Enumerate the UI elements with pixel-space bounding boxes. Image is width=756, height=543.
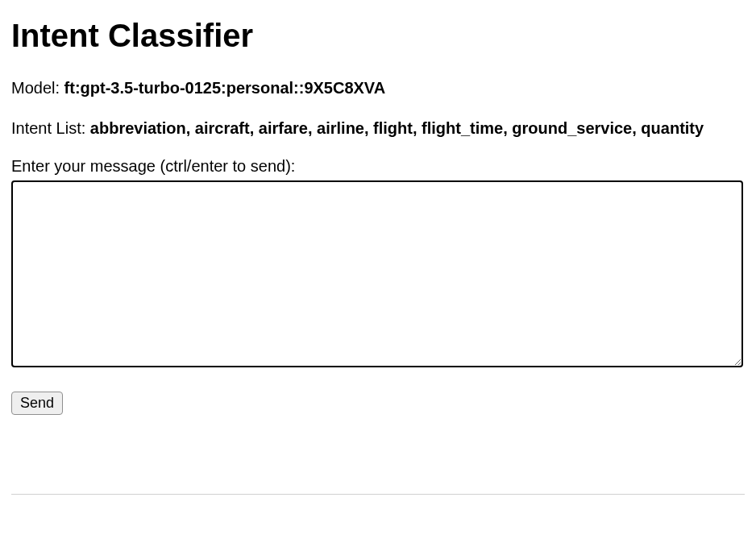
model-info: Model: ft:gpt-3.5-turbo-0125:personal::9… [11,77,745,99]
message-prompt: Enter your message (ctrl/enter to send): [11,157,745,176]
message-input[interactable] [11,180,743,367]
divider [11,494,745,495]
send-button[interactable]: Send [11,392,63,415]
page-title: Intent Classifier [11,18,745,54]
intent-list-value: abbreviation, aircraft, airfare, airline… [90,119,704,137]
model-label: Model: [11,79,64,97]
intent-list-label: Intent List: [11,119,90,137]
intent-list-info: Intent List: abbreviation, aircraft, air… [11,117,745,139]
model-value: ft:gpt-3.5-turbo-0125:personal::9X5C8XVA [64,79,386,97]
